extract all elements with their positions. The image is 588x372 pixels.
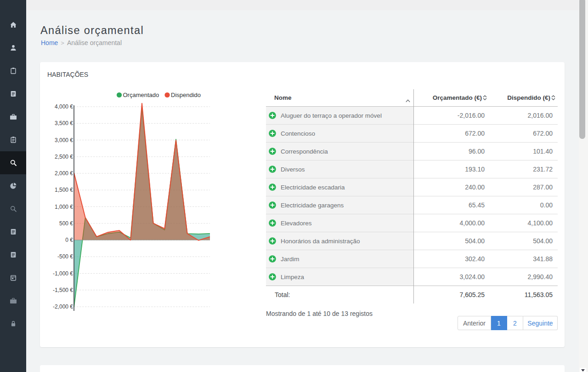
svg-text:1,000 €: 1,000 € (55, 204, 73, 210)
svg-text:-2,000 €: -2,000 € (53, 303, 73, 310)
svg-text:500 €: 500 € (59, 220, 73, 227)
svg-text:2,000 €: 2,000 € (55, 170, 73, 177)
svg-text:1,500 €: 1,500 € (55, 187, 73, 193)
svg-text:-1,500 €: -1,500 € (53, 287, 73, 293)
svg-text:2,500 €: 2,500 € (55, 154, 73, 160)
svg-text:3,000 €: 3,000 € (55, 137, 73, 143)
svg-text:Dispendido: Dispendido (171, 92, 201, 98)
svg-text:3,500 €: 3,500 € (55, 120, 73, 126)
svg-text:Orçamentado: Orçamentado (123, 92, 159, 98)
svg-text:4,000 €: 4,000 € (55, 103, 73, 110)
svg-text:-1,000 €: -1,000 € (53, 270, 73, 277)
svg-text:-500 €: -500 € (57, 253, 73, 260)
svg-text:0 €: 0 € (65, 237, 73, 243)
